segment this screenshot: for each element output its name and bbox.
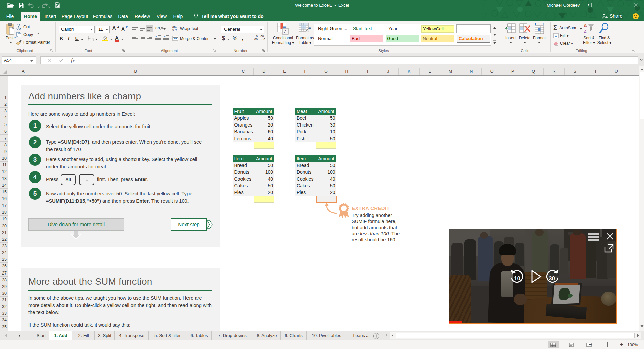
svg-text:A: A <box>584 23 587 28</box>
svg-text:c: c <box>172 28 174 31</box>
svg-text:x: x <box>73 59 75 63</box>
svg-text:≠: ≠ <box>284 29 286 34</box>
svg-text:10: 10 <box>514 275 520 282</box>
svg-text:30: 30 <box>549 275 555 282</box>
svg-text:Z: Z <box>584 29 587 34</box>
svg-text:ab: ab <box>155 26 160 30</box>
